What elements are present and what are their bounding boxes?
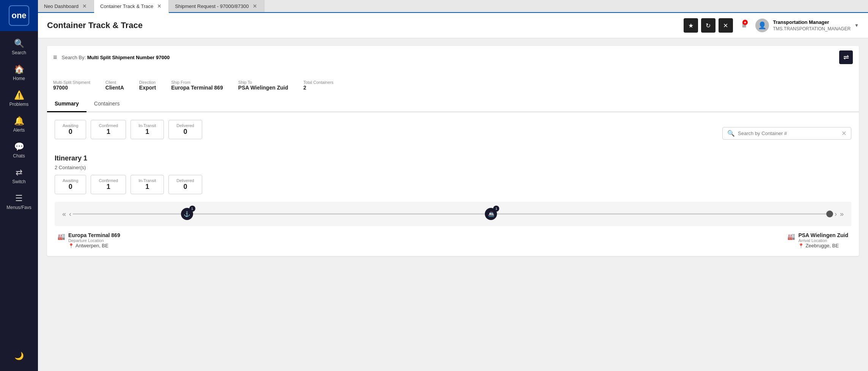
shipment-details: Multi-Split Shipment 97000 Client Client…	[47, 75, 859, 96]
journey-node-end	[826, 211, 833, 217]
itinerary-status-row: Awaiting 0 Confirmed 1 In-Transit 1 De	[55, 175, 851, 194]
tab-shipment-request[interactable]: Shipment Request - 97000/87300 ✕	[169, 0, 264, 12]
sidebar-item-search[interactable]: 🔍 Search	[0, 34, 38, 60]
search-info-bar: ≡ Search By: Multi Split Shipment Number…	[47, 46, 859, 69]
sidebar-item-home[interactable]: 🏠 Home	[0, 60, 38, 86]
sidebar: one 🔍 Search 🏠 Home ⚠️ Problems 🔔 Alerts…	[0, 0, 38, 371]
locations-row: 🏭 Europa Terminal 869 Departure Location…	[55, 232, 851, 248]
journey-first-icon[interactable]: «	[61, 210, 68, 218]
journey-node-circle-1: ⚓ 1	[181, 208, 193, 220]
destination-location: 🏭 PSA Wielingen Zuid Arrival Location 📍 …	[788, 232, 848, 248]
content-area: ≡ Search By: Multi Split Shipment Number…	[38, 38, 868, 371]
journey-node-2[interactable]: 🚢 1	[485, 208, 497, 220]
status-awaiting: Awaiting 0	[55, 120, 86, 139]
chat-icon: 💬	[14, 142, 24, 152]
origin-details: Europa Terminal 869 Departure Location 📍…	[68, 232, 120, 248]
tab-close-shipment-request[interactable]: ✕	[252, 3, 258, 9]
sidebar-item-switch[interactable]: ⇄ Switch	[0, 163, 38, 189]
favorite-button[interactable]: ★	[684, 18, 698, 33]
home-icon: 🏠	[14, 64, 24, 74]
tab-summary[interactable]: Summary	[47, 96, 86, 112]
sidebar-item-problems[interactable]: ⚠️ Problems	[0, 86, 38, 112]
clear-search-icon[interactable]: ✕	[841, 130, 846, 137]
search-icon: 🔍	[727, 130, 735, 137]
summary-status-row: Awaiting 0 Confirmed 1 In-Transit 1 De	[55, 120, 202, 139]
menu-icon: ☰	[15, 193, 23, 203]
sidebar-logo: one	[0, 0, 38, 31]
origin-location: 🏭 Europa Terminal 869 Departure Location…	[58, 232, 120, 248]
destination-building-icon: 🏭	[788, 233, 795, 240]
itinerary-status-in-transit: In-Transit 1	[131, 175, 164, 194]
origin-pin-icon: 📍	[68, 243, 74, 248]
sidebar-item-alerts[interactable]: 🔔 Alerts	[0, 112, 38, 137]
detail-ship-to: Ship To PSA Wielingen Zuid	[238, 80, 288, 91]
journey-prev-icon[interactable]: ‹	[68, 210, 73, 218]
refresh-button[interactable]: ↻	[701, 18, 715, 33]
container-search-box: 🔍 ✕	[722, 127, 851, 140]
tab-container-track-trace[interactable]: Container Track & Trace ✕	[94, 0, 169, 13]
network-icon[interactable]: ⇌	[839, 50, 853, 64]
tab-bar: Neo Dashboard ✕ Container Track & Trace …	[38, 0, 868, 13]
notifications-icon[interactable]: ≡ ★	[742, 21, 747, 30]
search-icon: 🔍	[14, 39, 24, 49]
detail-client: Client ClientA	[105, 80, 124, 91]
tab-close-neo-dashboard[interactable]: ✕	[82, 3, 88, 9]
detail-direction: Direction Export	[139, 80, 156, 91]
itinerary-status-delivered: Delivered 0	[168, 175, 202, 194]
tab-containers[interactable]: Containers	[86, 96, 127, 112]
itinerary-section: Itinerary 1 2 Container(s) Awaiting 0 Co…	[55, 154, 851, 248]
close-button[interactable]: ✕	[719, 18, 733, 33]
warning-icon: ⚠️	[14, 90, 24, 100]
shipment-card: ≡ Search By: Multi Split Shipment Number…	[47, 46, 859, 256]
journey-bar: « ‹ ⚓ 1	[55, 202, 851, 226]
itinerary-status-confirmed: Confirmed 1	[91, 175, 126, 194]
node2-badge: 1	[493, 206, 499, 212]
header-actions: ★ ↻ ✕ ≡ ★ 👤 Transportation Manager TMS.T…	[684, 18, 859, 33]
tab-close-container-track-trace[interactable]: ✕	[156, 3, 162, 9]
main-panel: Awaiting 0 Confirmed 1 In-Transit 1 De	[47, 112, 859, 256]
ship-icon: 🚢	[488, 211, 494, 217]
detail-ship-from: Ship From Europa Terminal 869	[171, 80, 223, 91]
origin-building-icon: 🏭	[58, 233, 65, 240]
app-logo[interactable]: one	[9, 5, 29, 26]
journey-next-icon[interactable]: ›	[833, 210, 838, 218]
sidebar-item-menus[interactable]: ☰ Menus/Favs	[0, 189, 38, 215]
user-profile[interactable]: 👤 Transportation Manager TMS.TRANSPORTAT…	[755, 19, 859, 32]
page-title: Container Track & Trace	[47, 20, 143, 30]
list-icon[interactable]: ≡	[53, 53, 57, 61]
itinerary-title: Itinerary 1	[55, 154, 851, 162]
destination-details: PSA Wielingen Zuid Arrival Location 📍 Ze…	[798, 232, 848, 248]
notification-badge: ★	[742, 20, 748, 25]
detail-multi-split: Multi-Split Shipment 97000	[53, 80, 90, 91]
status-delivered: Delivered 0	[168, 120, 202, 139]
itinerary-status-awaiting: Awaiting 0	[55, 175, 86, 194]
status-in-transit: In-Transit 1	[131, 120, 164, 139]
status-and-search: Awaiting 0 Confirmed 1 In-Transit 1 De	[55, 120, 851, 147]
journey-node-circle-2: 🚢 1	[485, 208, 497, 220]
sidebar-bottom: 🌙	[14, 347, 24, 371]
main-area: Neo Dashboard ✕ Container Track & Trace …	[38, 0, 868, 371]
status-confirmed: Confirmed 1	[91, 120, 126, 139]
detail-total-containers: Total Containers 2	[303, 80, 333, 91]
journey-last-icon[interactable]: »	[838, 210, 845, 218]
search-info-left: ≡ Search By: Multi Split Shipment Number…	[53, 53, 170, 61]
bell-icon: 🔔	[14, 116, 24, 126]
page-header: Container Track & Trace ★ ↻ ✕ ≡ ★ 👤 Tran…	[38, 13, 868, 38]
sidebar-item-chats[interactable]: 💬 Chats	[0, 137, 38, 163]
port-icon: ⚓	[184, 211, 190, 217]
search-text: Search By: Multi Split Shipment Number 9…	[62, 55, 170, 60]
user-info: Transportation Manager TMS.TRANSPORTATIO…	[773, 19, 851, 32]
container-search-input[interactable]	[738, 130, 838, 136]
content-tabs: Summary Containers	[47, 96, 859, 112]
chevron-down-icon[interactable]: ▼	[854, 23, 859, 28]
sidebar-item-theme[interactable]: 🌙	[14, 347, 24, 365]
avatar: 👤	[755, 19, 769, 32]
destination-pin-icon: 📍	[798, 243, 804, 248]
node1-badge: 1	[189, 206, 195, 212]
switch-icon: ⇄	[16, 168, 22, 178]
containers-count: 2 Container(s)	[55, 165, 851, 170]
moon-icon: 🌙	[14, 351, 24, 360]
journey-line: ⚓ 1 🚢 1	[73, 206, 833, 222]
journey-node-1[interactable]: ⚓ 1	[181, 208, 193, 220]
tab-neo-dashboard[interactable]: Neo Dashboard ✕	[38, 0, 94, 12]
